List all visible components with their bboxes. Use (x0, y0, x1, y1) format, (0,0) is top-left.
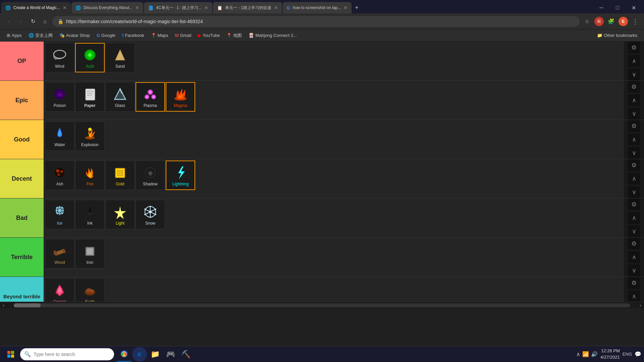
item-crystal[interactable]: Crystal (45, 278, 74, 302)
back-button[interactable]: ‹ (4, 17, 13, 26)
op-gear-button[interactable]: ⚙ (628, 42, 640, 54)
item-paper[interactable]: Paper (75, 82, 105, 112)
item-sand[interactable]: Sand (105, 43, 135, 72)
terrible-up-button[interactable]: ∧ (628, 251, 640, 263)
item-snow[interactable]: Snow (136, 200, 165, 229)
tab-close-5[interactable]: ✕ (343, 5, 347, 10)
taskbar-app-edge[interactable]: e (132, 347, 147, 362)
url-input[interactable] (66, 19, 574, 24)
tab-active[interactable]: 🌐 Create a World of Magic... ✕ (1, 2, 71, 13)
taskbar-search-input[interactable] (34, 352, 110, 357)
other-bookmarks[interactable]: 📁 Other bookmarks (594, 32, 640, 39)
op-up-button[interactable]: ∧ (628, 55, 640, 67)
bookmark-youtube[interactable]: ▶ YouTube (195, 32, 222, 39)
decent-down-button[interactable]: ∨ (628, 186, 640, 198)
item-gold[interactable]: G Gold (105, 161, 135, 190)
taskbar-app-explorer[interactable]: 📁 (148, 347, 162, 362)
tab-4[interactable]: 📋 单元一 - 1踏上学习的征途 ✕ (213, 2, 282, 13)
item-light[interactable]: Light (105, 200, 135, 229)
bad-up-button[interactable]: ∧ (628, 212, 640, 224)
tab-2[interactable]: 🌐 Discuss Everything About... ✕ (71, 2, 143, 13)
decent-up-button[interactable]: ∧ (628, 173, 640, 185)
epic-up-button[interactable]: ∧ (628, 94, 640, 106)
network-icon[interactable]: 📶 (582, 351, 589, 357)
start-button[interactable] (3, 348, 19, 361)
bookmark-gmail[interactable]: M Gmail (172, 32, 194, 39)
item-water[interactable]: Water (45, 121, 74, 151)
reload-button[interactable]: ↻ (28, 17, 38, 26)
bookmark-apps[interactable]: ⊞ Apps (4, 32, 24, 39)
close-button[interactable]: ✕ (626, 2, 641, 13)
good-gear-button[interactable]: ⚙ (628, 120, 640, 132)
taskbar-app-chrome[interactable] (117, 347, 131, 362)
tier-row-epic: Epic ☠ Poison (0, 81, 644, 120)
item-poison[interactable]: ☠ Poison (45, 82, 74, 112)
tab-close-3[interactable]: ✕ (204, 5, 208, 10)
bookmark-ditu[interactable]: 📍 地图 (224, 31, 245, 40)
beyond-terrible-gear-button[interactable]: ⚙ (628, 277, 640, 289)
item-ice[interactable]: Ice (45, 200, 74, 229)
bookmark-mahjong[interactable]: 🀄 Mahjong Connect 2... (246, 32, 300, 39)
menu-button[interactable]: ⋮ (631, 17, 640, 26)
good-up-button[interactable]: ∧ (628, 133, 640, 145)
taskbar-app-roblox[interactable]: 🎮 (163, 347, 178, 362)
item-earth[interactable]: Earth (75, 278, 105, 302)
terrible-gear-button[interactable]: ⚙ (628, 238, 640, 250)
extensions-button[interactable]: 🧩 (606, 17, 616, 26)
taskbar-search[interactable]: 🔍 (20, 348, 114, 360)
item-plasma[interactable]: Plasma (136, 82, 165, 112)
forward-button[interactable]: › (16, 17, 25, 26)
language-indicator[interactable]: ENG (623, 352, 632, 357)
volume-icon[interactable]: 🔊 (591, 351, 598, 357)
scroll-left-button[interactable]: ‹ (0, 302, 7, 308)
notification-icon[interactable]: 💬 (635, 351, 641, 357)
tab-5[interactable]: G how to screenshot on lap... ✕ (283, 2, 352, 13)
item-glass[interactable]: Glass (105, 82, 135, 112)
item-iron[interactable]: Iron (75, 239, 105, 268)
tab-3[interactable]: 📘 4C单元一 · 1 · 踏上学习... ✕ (144, 2, 212, 13)
item-ink[interactable]: Ink (75, 200, 105, 229)
home-button[interactable]: ⌂ (40, 17, 50, 26)
tab-close-1[interactable]: ✕ (63, 5, 67, 10)
bookmark-facebook[interactable]: f Facebook (119, 32, 147, 40)
item-wood[interactable]: Wood (45, 239, 74, 268)
good-down-button[interactable]: ∨ (628, 147, 640, 159)
maximize-button[interactable]: □ (610, 2, 625, 13)
ravencoin-icon-button[interactable]: R (594, 17, 604, 26)
op-down-button[interactable]: ∨ (628, 68, 640, 80)
scroll-track[interactable] (14, 303, 630, 307)
bookmark-avatar[interactable]: 🎭 Avatar Shop (57, 32, 93, 39)
scroll-right-button[interactable]: › (637, 302, 644, 308)
item-ash[interactable]: Ash (45, 161, 74, 190)
item-magma[interactable]: Magma (166, 82, 195, 112)
iron-icon (80, 243, 100, 259)
scroll-thumb[interactable] (14, 303, 41, 307)
minimize-button[interactable]: ─ (594, 2, 609, 13)
bookmark-maps[interactable]: 📍 Maps (148, 32, 171, 39)
profile-icon[interactable]: E (619, 17, 628, 26)
item-acid[interactable]: Acid (75, 43, 105, 72)
taskbar-time[interactable]: 12:26 PM 4/27/2021 (600, 348, 620, 360)
terrible-down-button[interactable]: ∨ (628, 264, 640, 277)
taskbar-app-minecraft[interactable]: ⛏️ (178, 347, 193, 362)
bookmark-star-button[interactable]: ☆ (582, 17, 592, 26)
item-shadow[interactable]: ◈ Shadow (136, 161, 165, 190)
bad-down-button[interactable]: ∨ (628, 225, 640, 237)
item-fire[interactable]: Fire (75, 161, 105, 190)
horizontal-scrollbar[interactable]: ‹ › (0, 302, 644, 308)
item-explosion[interactable]: Explosion (75, 121, 105, 151)
svg-point-51 (144, 208, 146, 210)
item-lightning[interactable]: Lightning (166, 161, 195, 190)
item-wind[interactable]: Wind (45, 43, 74, 72)
bookmark-safety[interactable]: 🌐 安全上网 (26, 31, 55, 40)
bad-gear-button[interactable]: ⚙ (628, 198, 640, 210)
bookmark-google[interactable]: G Google (94, 32, 118, 39)
new-tab-button[interactable]: + (352, 2, 361, 13)
decent-gear-button[interactable]: ⚙ (628, 159, 640, 171)
epic-gear-button[interactable]: ⚙ (628, 81, 640, 93)
epic-down-button[interactable]: ∨ (628, 108, 640, 120)
beyond-terrible-up-button[interactable]: ∧ (628, 290, 640, 302)
chevron-up-icon[interactable]: ∧ (576, 351, 580, 357)
tab-close-2[interactable]: ✕ (135, 5, 139, 10)
tab-close-4[interactable]: ✕ (274, 5, 278, 10)
